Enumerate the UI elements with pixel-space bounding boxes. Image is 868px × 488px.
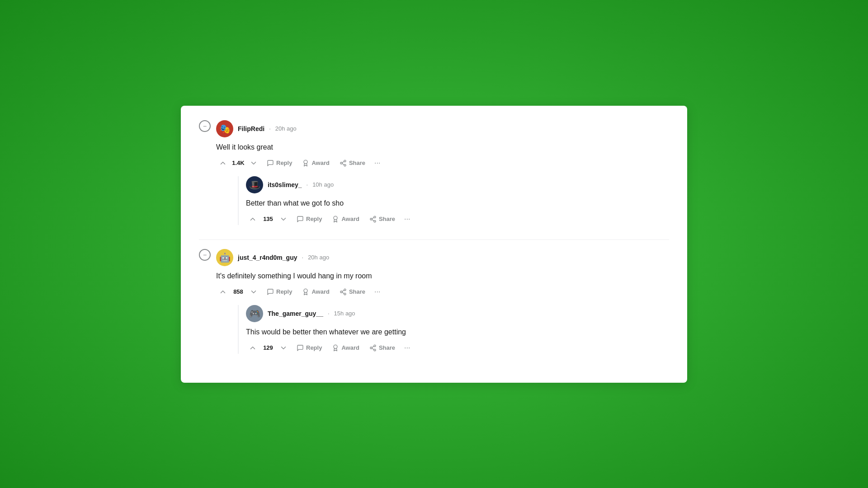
reply-dot-1-1: · (307, 181, 308, 188)
svg-line-16 (342, 292, 344, 294)
share-icon-1 (340, 160, 347, 167)
more-button-2[interactable]: ··· (372, 286, 383, 298)
comment-block-2: − 🤖 just_4_r4nd0m_guy · 20h ago It's def… (199, 249, 669, 356)
downvote-icon-1 (250, 159, 258, 167)
avatar-1: 🎭 (216, 120, 233, 137)
vote-count-2: 858 (231, 288, 245, 295)
reply-vote-section-2-1: 129 (246, 342, 290, 354)
vote-count-1: 1.4K (231, 160, 245, 166)
more-button-1[interactable]: ··· (372, 157, 383, 169)
reply-upvote-button-1-1[interactable] (246, 213, 259, 225)
upvote-button-2[interactable] (216, 286, 230, 298)
username-1: FilipRedi (238, 125, 264, 132)
share-icon-2 (340, 288, 347, 296)
action-bar-1: 1.4K Reply Award S (216, 157, 669, 169)
share-button-2[interactable]: Share (336, 286, 369, 297)
reply-share-button-1-1[interactable]: Share (366, 214, 399, 225)
reply-award-icon-2-1 (332, 344, 339, 352)
reply-reply-icon-1-1 (297, 216, 304, 223)
reply-more-button-1-1[interactable]: ··· (401, 213, 413, 225)
reply-downvote-button-1-1[interactable] (277, 213, 290, 225)
timestamp-dot-2: · (302, 254, 304, 261)
reply-text-2-1: This would be better then whatever we ar… (246, 327, 669, 338)
svg-line-4 (342, 164, 344, 165)
reply-downvote-icon-1-1 (279, 215, 288, 223)
reply-vote-count-2-1: 129 (261, 344, 275, 351)
timestamp-dot-1: · (269, 125, 271, 132)
svg-line-10 (372, 220, 374, 221)
reply-block-2: 🎮 The_gamer_guy__ · 15h ago This would b… (238, 305, 669, 354)
svg-line-5 (342, 161, 344, 163)
downvote-icon-2 (250, 288, 258, 296)
reply-1-1: 🎩 its0slimey_ · 10h ago Better than what… (246, 176, 669, 225)
svg-line-17 (342, 290, 344, 291)
reply-vote-section-1-1: 135 (246, 213, 290, 225)
reply-share-button-2-1[interactable]: Share (366, 343, 399, 353)
svg-line-23 (372, 346, 374, 347)
reply-award-icon-1-1 (332, 216, 339, 223)
award-button-1[interactable]: Award (298, 158, 333, 169)
reply-icon-1 (267, 160, 274, 167)
comment-text-1: Well it looks great (216, 142, 669, 153)
svg-line-11 (372, 217, 374, 219)
award-icon-1 (302, 160, 309, 167)
reply-2-1: 🎮 The_gamer_guy__ · 15h ago This would b… (246, 305, 669, 354)
comment-block-1: − 🎭 FilipRedi · 20h ago Well it looks gr… (199, 120, 669, 227)
reply-dot-2-1: · (328, 310, 330, 317)
upvote-icon-2 (219, 288, 227, 296)
comments-card: − 🎭 FilipRedi · 20h ago Well it looks gr… (181, 106, 687, 383)
reply-reply-button-1-1[interactable]: Reply (293, 214, 326, 225)
reply-award-button-1-1[interactable]: Award (328, 214, 363, 225)
reply-header-1-1: 🎩 its0slimey_ · 10h ago (246, 176, 669, 193)
avatar-2: 🤖 (216, 249, 233, 266)
award-icon-2 (302, 288, 309, 296)
downvote-button-2[interactable] (247, 286, 260, 298)
award-button-2[interactable]: Award (298, 286, 333, 297)
reply-username-1-1: its0slimey_ (268, 181, 302, 188)
username-2: just_4_r4nd0m_guy (238, 254, 297, 261)
collapse-button-1[interactable]: − (199, 120, 211, 132)
collapse-button-2[interactable]: − (199, 249, 211, 261)
reply-reply-button-2-1[interactable]: Reply (293, 343, 326, 353)
action-bar-2: 858 Reply Award Sh (216, 286, 669, 298)
reply-text-1-1: Better than what we got fo sho (246, 198, 669, 209)
reply-avatar-1-1: 🎩 (246, 176, 263, 193)
reply-timestamp-1-1: 10h ago (312, 181, 334, 188)
reply-icon-2 (267, 288, 274, 296)
share-button-1[interactable]: Share (336, 158, 369, 169)
reply-action-bar-2-1: 129 Reply Award (246, 342, 669, 354)
reply-action-bar-1-1: 135 Reply Award (246, 213, 669, 225)
comment-header-2: 🤖 just_4_r4nd0m_guy · 20h ago (216, 249, 669, 266)
downvote-button-1[interactable] (247, 157, 260, 169)
reply-block-1: 🎩 its0slimey_ · 10h ago Better than what… (238, 176, 669, 225)
reply-share-icon-2-1 (369, 344, 377, 352)
reply-username-2-1: The_gamer_guy__ (268, 310, 323, 317)
timestamp-1: 20h ago (275, 125, 297, 132)
reply-more-button-2-1[interactable]: ··· (401, 342, 413, 354)
reply-reply-icon-2-1 (297, 344, 304, 352)
reply-vote-count-1-1: 135 (261, 216, 275, 222)
reply-header-2-1: 🎮 The_gamer_guy__ · 15h ago (246, 305, 669, 322)
vote-section-1: 1.4K (216, 157, 260, 169)
reply-award-button-2-1[interactable]: Award (328, 343, 363, 353)
reply-upvote-button-2-1[interactable] (246, 342, 259, 354)
upvote-icon-1 (219, 159, 227, 167)
reply-upvote-icon-1-1 (249, 215, 257, 223)
reply-downvote-icon-2-1 (279, 344, 288, 352)
comment-header-1: 🎭 FilipRedi · 20h ago (216, 120, 669, 137)
separator-1 (199, 239, 669, 240)
reply-button-1[interactable]: Reply (263, 158, 296, 169)
vote-section-2: 858 (216, 286, 260, 298)
comment-text-2: It's definitely something I would hang i… (216, 271, 669, 282)
reply-downvote-button-2-1[interactable] (277, 342, 290, 354)
timestamp-2: 20h ago (308, 254, 329, 261)
reply-upvote-icon-2-1 (249, 344, 257, 352)
reply-button-2[interactable]: Reply (263, 286, 296, 297)
reply-avatar-2-1: 🎮 (246, 305, 263, 322)
reply-share-icon-1-1 (369, 216, 377, 223)
svg-line-22 (372, 348, 374, 350)
upvote-button-1[interactable] (216, 157, 230, 169)
reply-timestamp-2-1: 15h ago (334, 310, 355, 317)
